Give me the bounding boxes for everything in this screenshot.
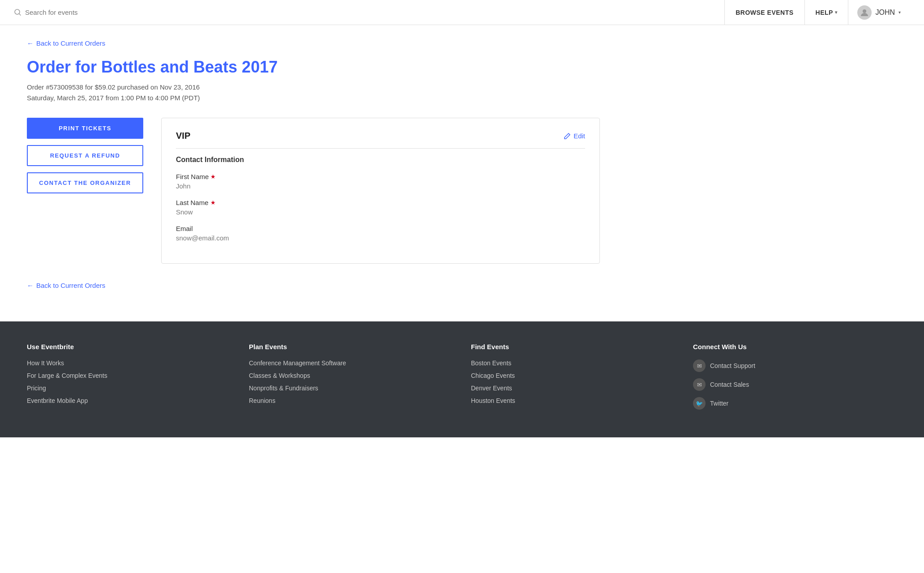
field-label: Email — [176, 225, 585, 232]
social-label: Contact Sales — [710, 381, 749, 388]
field-group: Emailsnow@email.com — [176, 225, 585, 242]
footer-col-title: Plan Events — [249, 343, 453, 351]
action-buttons: PRINT TICKETS REQUEST A REFUND CONTACT T… — [27, 118, 143, 193]
svg-point-0 — [15, 9, 20, 14]
main-content: ← Back to Current Orders Order for Bottl… — [0, 25, 627, 321]
event-name: Bottles and Beats 2017 — [101, 58, 278, 76]
back-link-bottom[interactable]: ← Back to Current Orders — [27, 282, 105, 289]
help-chevron-icon: ▾ — [835, 10, 838, 15]
social-icon: 🐦 — [693, 397, 706, 410]
footer-link[interactable]: Eventbrite Mobile App — [27, 397, 231, 404]
help-nav[interactable]: HELP ▾ — [804, 0, 848, 25]
svg-line-1 — [19, 13, 21, 15]
request-refund-button[interactable]: REQUEST A REFUND — [27, 145, 143, 166]
search-icon — [14, 9, 21, 16]
field-label: Last Name ★ — [176, 199, 585, 206]
footer-link[interactable]: Houston Events — [471, 397, 675, 404]
social-icon: ✉ — [693, 378, 706, 391]
footer-link[interactable]: Chicago Events — [471, 372, 675, 379]
footer-link[interactable]: Conference Management Software — [249, 359, 453, 367]
event-date: Saturday, March 25, 2017 from 1:00 PM to… — [27, 93, 600, 103]
footer-link[interactable]: Boston Events — [471, 359, 675, 367]
search-area — [14, 9, 724, 16]
order-meta: Order #573009538 for $59.02 purchased on… — [27, 82, 600, 103]
field-group: First Name ★John — [176, 173, 585, 190]
footer-link[interactable]: Reunions — [249, 397, 453, 404]
field-label: First Name ★ — [176, 173, 585, 180]
avatar — [857, 5, 872, 20]
search-input[interactable] — [25, 9, 141, 16]
contact-organizer-button[interactable]: CONTACT THE ORGANIZER — [27, 172, 143, 193]
print-tickets-button[interactable]: PRINT TICKETS — [27, 118, 143, 139]
footer-link[interactable]: Classes & Workshops — [249, 372, 453, 379]
footer-col-title: Connect With Us — [693, 343, 897, 351]
field-value: Snow — [176, 208, 585, 216]
order-number: Order #573009538 for $59.02 purchased on… — [27, 82, 600, 93]
panel-header: VIP Edit — [176, 131, 585, 149]
content-row: PRINT TICKETS REQUEST A REFUND CONTACT T… — [27, 118, 600, 264]
footer-social-link[interactable]: ✉Contact Support — [693, 359, 897, 372]
back-arrow-icon: ← — [27, 39, 34, 47]
footer-social-link[interactable]: ✉Contact Sales — [693, 378, 897, 391]
social-label: Contact Support — [710, 362, 755, 369]
section-title: Contact Information — [176, 156, 585, 164]
required-star: ★ — [210, 173, 216, 180]
footer-col-title: Find Events — [471, 343, 675, 351]
field-value: snow@email.com — [176, 234, 585, 242]
footer-col: Connect With Us✉Contact Support✉Contact … — [693, 343, 897, 416]
social-label: Twitter — [710, 400, 728, 407]
footer-col: Use EventbriteHow It WorksFor Large & Co… — [27, 343, 231, 416]
footer-col-title: Use Eventbrite — [27, 343, 231, 351]
user-chevron-icon: ▾ — [898, 10, 901, 15]
field-value: John — [176, 182, 585, 190]
browse-events-nav[interactable]: BROWSE EVENTS — [724, 0, 804, 25]
user-name: JOHN — [875, 9, 895, 17]
footer-link[interactable]: Nonprofits & Fundraisers — [249, 385, 453, 392]
social-icon: ✉ — [693, 359, 706, 372]
back-link-top[interactable]: ← Back to Current Orders — [27, 39, 105, 47]
footer: Use EventbriteHow It WorksFor Large & Co… — [0, 321, 924, 437]
footer-grid: Use EventbriteHow It WorksFor Large & Co… — [27, 343, 897, 416]
required-star: ★ — [210, 199, 216, 206]
ticket-type: VIP — [176, 131, 190, 141]
main-nav: BROWSE EVENTS HELP ▾ JOHN ▾ — [724, 0, 910, 25]
edit-link[interactable]: Edit — [564, 132, 585, 140]
user-menu[interactable]: JOHN ▾ — [848, 0, 910, 25]
footer-social-link[interactable]: 🐦Twitter — [693, 397, 897, 410]
footer-col: Find EventsBoston EventsChicago EventsDe… — [471, 343, 675, 416]
back-arrow-bottom-icon: ← — [27, 282, 34, 289]
footer-link[interactable]: Pricing — [27, 385, 231, 392]
footer-link[interactable]: How It Works — [27, 359, 231, 367]
footer-link[interactable]: For Large & Complex Events — [27, 372, 231, 379]
footer-col: Plan EventsConference Management Softwar… — [249, 343, 453, 416]
order-panel: VIP Edit Contact Information First Name … — [161, 118, 600, 264]
order-title: Order for Bottles and Beats 2017 — [27, 58, 600, 77]
edit-icon — [564, 133, 571, 140]
footer-link[interactable]: Denver Events — [471, 385, 675, 392]
svg-point-2 — [863, 9, 866, 13]
header: BROWSE EVENTS HELP ▾ JOHN ▾ — [0, 0, 924, 25]
field-group: Last Name ★Snow — [176, 199, 585, 216]
fields-container: First Name ★JohnLast Name ★SnowEmailsnow… — [176, 173, 585, 242]
